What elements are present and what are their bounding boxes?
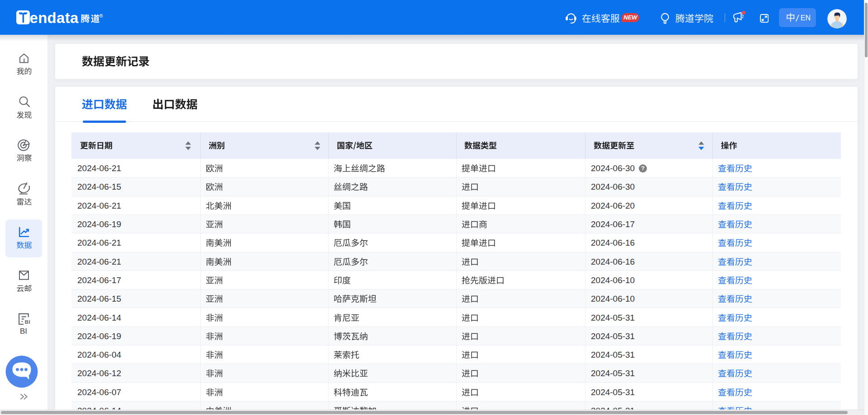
svg-text:BI: BI <box>25 319 30 324</box>
